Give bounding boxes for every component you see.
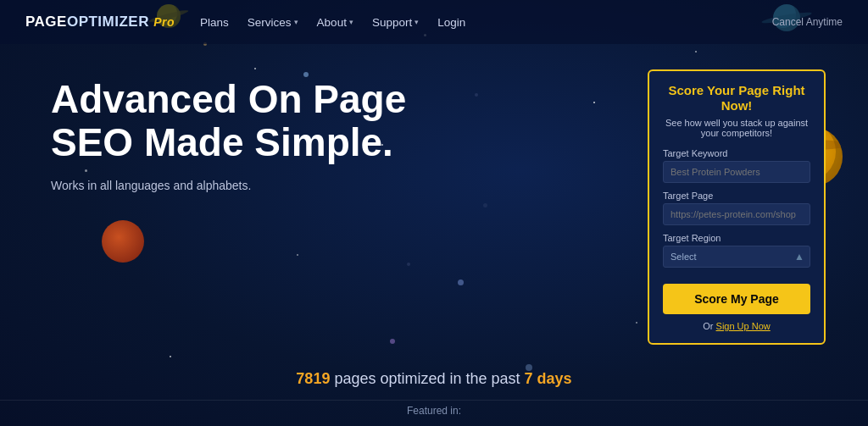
stats-middle-text: pages optimized in the past [334, 370, 520, 387]
logo[interactable]: PAGEOPTIMIZER Pro [25, 14, 175, 30]
page-group: Target Page [663, 191, 810, 225]
featured-section: Featured in: ⚓ ahrefs ⚑ GoDaddy RAVEN En… [0, 400, 868, 426]
region-select[interactable]: Select [663, 246, 810, 268]
region-group: Target Region Select ▲ [663, 233, 810, 268]
hero-subtext: Works in all languages and alphabets. [51, 179, 614, 192]
score-card-subtitle: See how well you stack up against your c… [663, 118, 810, 138]
keyword-input[interactable] [663, 161, 810, 183]
stats-days: 7 days [525, 370, 572, 387]
stats-text: 7819 pages optimized in the past 7 days [296, 370, 571, 387]
nav-plans[interactable]: Plans [200, 16, 229, 29]
about-chevron: ▾ [349, 18, 353, 26]
services-chevron: ▾ [294, 18, 298, 26]
logo-pro: Pro [153, 15, 175, 29]
hero-headline: Advanced On Page SEO Made Simple. [51, 78, 407, 163]
support-chevron: ▾ [415, 18, 419, 26]
sign-up-text: Or Sign Up Now [663, 321, 810, 331]
cancel-text: Cancel Anytime [772, 16, 843, 28]
nav-right: Cancel Anytime [772, 16, 843, 28]
score-card: Score Your Page Right Now! See how well … [648, 69, 826, 345]
nav-login[interactable]: Login [437, 16, 465, 29]
nav-services[interactable]: Services ▾ [248, 16, 298, 29]
score-card-title: Score Your Page Right Now! [663, 83, 810, 113]
hero: Advanced On Page SEO Made Simple. Works … [51, 69, 614, 345]
navbar: PAGEOPTIMIZER Pro Plans Services ▾ About… [0, 0, 868, 44]
keyword-label: Target Keyword [663, 148, 810, 158]
main-section: Advanced On Page SEO Made Simple. Works … [0, 44, 868, 362]
logo-optimizer: OPTIMIZER [67, 14, 149, 30]
stats-number: 7819 [296, 370, 330, 387]
stats-section: 7819 pages optimized in the past 7 days [0, 362, 868, 400]
region-select-wrap: Select ▲ [663, 246, 810, 268]
region-label: Target Region [663, 233, 810, 243]
logo-page: PAGE [25, 14, 67, 30]
nav-links: Plans Services ▾ About ▾ Support ▾ Login [200, 16, 772, 29]
nav-support[interactable]: Support ▾ [372, 16, 419, 29]
page-label: Target Page [663, 191, 810, 201]
sign-up-link[interactable]: Sign Up Now [716, 321, 771, 331]
keyword-group: Target Keyword [663, 148, 810, 183]
nav-about[interactable]: About ▾ [317, 16, 353, 29]
featured-label: Featured in: [0, 405, 868, 417]
score-my-page-button[interactable]: Score My Page [663, 284, 810, 314]
page-input[interactable] [663, 203, 810, 225]
